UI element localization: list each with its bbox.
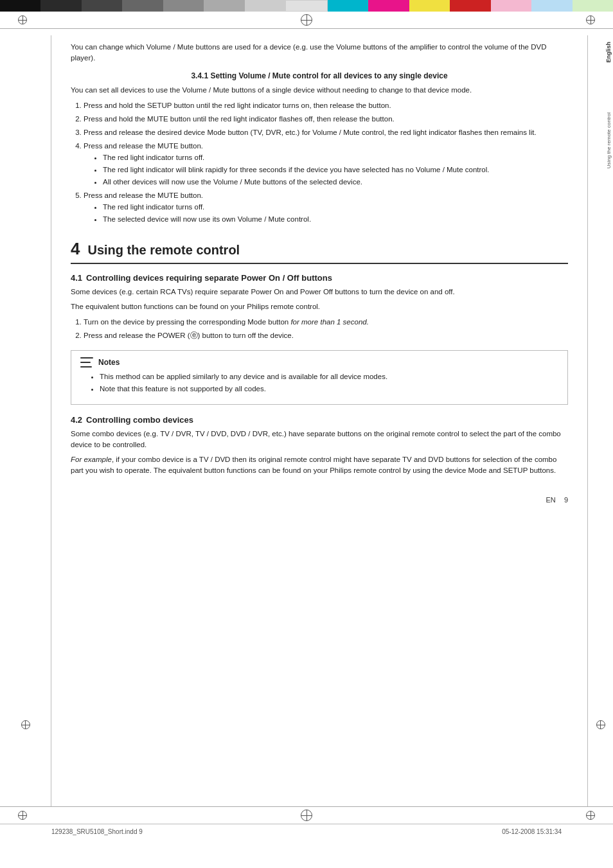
section-42-para2: For example, if your combo device is a T…	[71, 454, 568, 477]
bullet-341-4-2: The red light indicator will blink rapid…	[103, 164, 568, 175]
reg-mark-right-top	[586, 15, 595, 24]
main-text-area: You can change which Volume / Mute butto…	[51, 35, 587, 806]
section-41: 4.1 Controlling devices requiring separa…	[71, 273, 568, 341]
section-41-steps: Turn on the device by pressing the corre…	[84, 317, 568, 342]
step-41-1: Turn on the device by pressing the corre…	[84, 317, 568, 328]
intro-paragraph: You can change which Volume / Mute butto…	[71, 42, 568, 64]
reg-mark-center-top	[301, 14, 312, 26]
color-seg-2	[40, 0, 81, 12]
left-margin	[0, 35, 51, 806]
color-seg-yellow	[409, 0, 450, 12]
section-42-header: 4.2 Controlling combo devices	[71, 415, 568, 425]
section-4-heading: 4 Using the remote control	[71, 239, 568, 264]
footer-right: 05-12-2008 15:31:34	[502, 828, 562, 835]
page-content: You can change which Volume / Mute butto…	[0, 29, 613, 806]
section-341-steps: Press and hold the SETUP button until th…	[84, 100, 568, 226]
section-341: 3.4.1 Setting Volume / Mute control for …	[71, 71, 568, 226]
notes-box: Notes This method can be applied similar…	[71, 350, 568, 405]
step-341-5-bullets: The red light indicator turns off. The s…	[103, 202, 568, 226]
notes-icon	[80, 357, 93, 368]
section-42: 4.2 Controlling combo devices Some combo…	[71, 415, 568, 477]
step-341-2: Press and hold the MUTE button until the…	[84, 114, 568, 125]
right-sidebar: English Using the remote control	[587, 35, 613, 806]
color-seg-1	[0, 0, 40, 12]
section-4-title: Using the remote control	[87, 243, 240, 258]
color-seg-6	[204, 0, 244, 12]
step-341-4: Press and release the MUTE button. The r…	[84, 141, 568, 188]
section-341-intro: You can set all devices to use the Volum…	[71, 85, 568, 96]
notes-header: Notes	[80, 357, 558, 368]
section-41-intro2: The equivalent button functions can be f…	[71, 301, 568, 312]
page-footer: 129238_SRU5108_Short.indd 9 05-12-2008 1…	[0, 824, 613, 835]
label-english: English	[605, 42, 612, 63]
footer-left: 129238_SRU5108_Short.indd 9	[51, 828, 143, 835]
page-number-area: EN 9	[71, 496, 568, 504]
color-seg-7	[245, 0, 285, 12]
reg-mark-left-bottom	[18, 811, 27, 820]
color-seg-light-pink	[491, 0, 531, 12]
note-1: This method can be applied similarly to …	[100, 371, 558, 382]
color-seg-cyan	[328, 0, 368, 12]
notes-list: This method can be applied similarly to …	[100, 371, 558, 395]
note-2: Note that this feature is not supported …	[100, 384, 558, 394]
reg-mark-left-top	[18, 15, 27, 24]
step-341-4-bullets: The red light indicator turns off. The r…	[103, 152, 568, 188]
reg-mark-left-mid	[21, 720, 30, 729]
label-using: Using the remote control	[606, 112, 612, 168]
section-341-title: 3.4.1 Setting Volume / Mute control for …	[71, 71, 568, 82]
section-42-number: 4.2	[71, 415, 82, 425]
step-41-2: Press and release the POWER (ⓔ) button t…	[84, 330, 568, 341]
reg-mark-right-mid	[596, 720, 605, 729]
section-4-number: 4	[71, 239, 80, 259]
bullet-341-5-2: The selected device will now use its own…	[103, 214, 568, 225]
color-seg-4	[122, 0, 163, 12]
section-42-para1: Some combo devices (e.g. TV / DVR, TV / …	[71, 429, 568, 451]
step-341-1: Press and hold the SETUP button until th…	[84, 100, 568, 111]
color-seg-light-green	[573, 0, 613, 12]
step-341-3: Press and release the desired device Mod…	[84, 127, 568, 138]
step-341-5: Press and release the MUTE button. The r…	[84, 190, 568, 225]
color-bar	[0, 0, 613, 12]
bullet-341-4-1: The red light indicator turns off.	[103, 152, 568, 163]
color-seg-magenta	[368, 0, 409, 12]
bullet-341-5-1: The red light indicator turns off.	[103, 202, 568, 213]
color-seg-light-blue	[531, 0, 572, 12]
section-42-title: Controlling combo devices	[86, 415, 193, 425]
reg-mark-right-bottom	[586, 811, 595, 820]
color-seg-8	[285, 0, 327, 12]
bullet-341-4-3: All other devices will now use the Volum…	[103, 177, 568, 188]
section-41-title: Controlling devices requiring separate P…	[86, 273, 332, 283]
color-seg-5	[163, 0, 204, 12]
color-seg-red	[450, 0, 490, 12]
section-41-number: 4.1	[71, 273, 82, 283]
section-41-header: 4.1 Controlling devices requiring separa…	[71, 273, 568, 283]
reg-mark-center-bottom	[301, 810, 312, 821]
color-seg-3	[82, 0, 122, 12]
section-41-intro1: Some devices (e.g. certain RCA TVs) requ…	[71, 287, 568, 297]
